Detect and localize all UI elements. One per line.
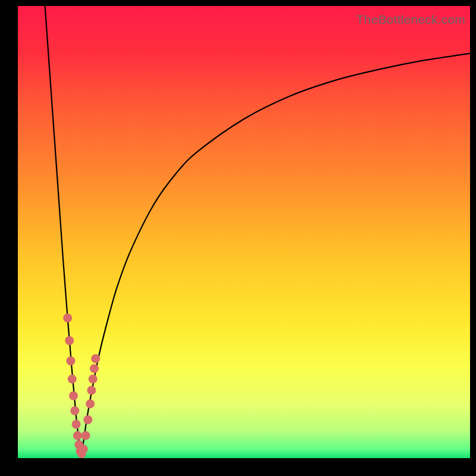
scatter-point [90, 364, 99, 373]
plot-area: TheBottleneck.com [18, 6, 470, 458]
scatter-point [69, 392, 78, 400]
chart-frame: TheBottleneck.com [0, 0, 476, 476]
scatter-point [87, 386, 96, 395]
scatter-point [79, 444, 88, 453]
scatter-point [66, 356, 75, 365]
scatter-point [63, 314, 72, 322]
scatter-point [73, 431, 82, 440]
scatter-point [82, 431, 90, 440]
scatter-point [91, 354, 100, 363]
scatter-point [83, 415, 92, 424]
scatter-point [68, 375, 77, 384]
scatter-point [89, 375, 98, 384]
scatter-point [65, 336, 74, 345]
scatter-point [86, 399, 95, 408]
scatter-point [72, 420, 81, 429]
scatter-point [70, 406, 79, 415]
scatter-points [18, 6, 470, 458]
